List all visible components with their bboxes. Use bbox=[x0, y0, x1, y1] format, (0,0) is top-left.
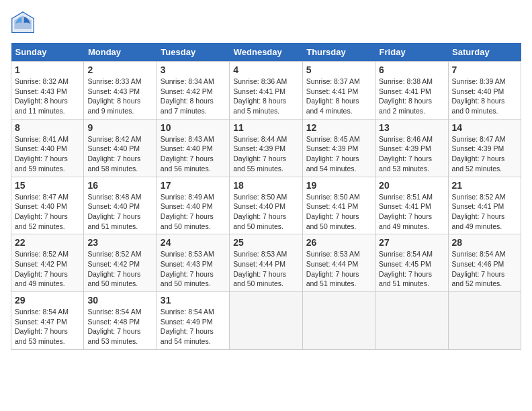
day-number: 10 bbox=[161, 122, 226, 133]
day-info: Sunrise: 8:48 AMSunset: 4:40 PMDaylight:… bbox=[87, 193, 141, 230]
day-info: Sunrise: 8:54 AMSunset: 4:49 PMDaylight:… bbox=[161, 308, 214, 345]
day-cell-31: 31 Sunrise: 8:54 AMSunset: 4:49 PMDaylig… bbox=[157, 292, 229, 350]
calendar-table: SundayMondayTuesdayWednesdayThursdayFrid… bbox=[11, 43, 521, 350]
day-number: 16 bbox=[87, 180, 152, 191]
day-cell-11: 11 Sunrise: 8:44 AMSunset: 4:39 PMDaylig… bbox=[230, 119, 302, 177]
day-number: 18 bbox=[233, 180, 298, 191]
day-cell-15: 15 Sunrise: 8:47 AMSunset: 4:40 PMDaylig… bbox=[11, 177, 84, 234]
day-info: Sunrise: 8:45 AMSunset: 4:39 PMDaylight:… bbox=[306, 135, 360, 173]
day-cell-14: 14 Sunrise: 8:47 AMSunset: 4:39 PMDaylig… bbox=[448, 119, 521, 177]
day-info: Sunrise: 8:47 AMSunset: 4:40 PMDaylight:… bbox=[15, 193, 69, 230]
day-cell-6: 6 Sunrise: 8:38 AMSunset: 4:41 PMDayligh… bbox=[375, 62, 448, 120]
header bbox=[11, 11, 521, 35]
day-info: Sunrise: 8:44 AMSunset: 4:39 PMDaylight:… bbox=[233, 135, 287, 173]
day-number: 14 bbox=[452, 122, 517, 133]
day-info: Sunrise: 8:49 AMSunset: 4:40 PMDaylight:… bbox=[161, 193, 214, 230]
calendar-week-3: 15 Sunrise: 8:47 AMSunset: 4:40 PMDaylig… bbox=[11, 177, 521, 234]
day-number: 11 bbox=[233, 122, 298, 133]
day-number: 25 bbox=[233, 237, 298, 248]
day-cell-28: 28 Sunrise: 8:54 AMSunset: 4:46 PMDaylig… bbox=[448, 234, 521, 292]
day-info: Sunrise: 8:47 AMSunset: 4:39 PMDaylight:… bbox=[452, 135, 506, 173]
weekday-header-row: SundayMondayTuesdayWednesdayThursdayFrid… bbox=[11, 43, 521, 62]
day-info: Sunrise: 8:53 AMSunset: 4:44 PMDaylight:… bbox=[233, 250, 287, 287]
calendar-body: 1 Sunrise: 8:32 AMSunset: 4:43 PMDayligh… bbox=[11, 62, 521, 350]
day-cell-10: 10 Sunrise: 8:43 AMSunset: 4:40 PMDaylig… bbox=[157, 119, 229, 177]
day-cell-24: 24 Sunrise: 8:53 AMSunset: 4:43 PMDaylig… bbox=[157, 234, 229, 292]
day-info: Sunrise: 8:53 AMSunset: 4:44 PMDaylight:… bbox=[306, 250, 360, 287]
day-cell-26: 26 Sunrise: 8:53 AMSunset: 4:44 PMDaylig… bbox=[302, 234, 375, 292]
day-cell-1: 1 Sunrise: 8:32 AMSunset: 4:43 PMDayligh… bbox=[11, 62, 84, 120]
calendar-week-1: 1 Sunrise: 8:32 AMSunset: 4:43 PMDayligh… bbox=[11, 62, 521, 120]
day-number: 12 bbox=[306, 122, 371, 133]
day-number: 2 bbox=[87, 64, 152, 75]
weekday-header-friday: Friday bbox=[375, 43, 448, 62]
day-number: 3 bbox=[161, 64, 226, 75]
day-number: 21 bbox=[452, 180, 517, 191]
day-number: 17 bbox=[161, 180, 226, 191]
day-cell-29: 29 Sunrise: 8:54 AMSunset: 4:47 PMDaylig… bbox=[11, 292, 84, 350]
day-number: 22 bbox=[15, 237, 80, 248]
empty-cell bbox=[302, 292, 375, 350]
day-cell-4: 4 Sunrise: 8:36 AMSunset: 4:41 PMDayligh… bbox=[230, 62, 302, 120]
day-cell-21: 21 Sunrise: 8:52 AMSunset: 4:41 PMDaylig… bbox=[448, 177, 521, 234]
day-info: Sunrise: 8:37 AMSunset: 4:41 PMDaylight:… bbox=[306, 77, 360, 115]
day-number: 9 bbox=[87, 122, 152, 133]
weekday-header-monday: Monday bbox=[84, 43, 157, 62]
day-cell-9: 9 Sunrise: 8:42 AMSunset: 4:40 PMDayligh… bbox=[84, 119, 157, 177]
day-number: 15 bbox=[15, 180, 80, 191]
day-number: 7 bbox=[452, 64, 517, 75]
calendar-week-4: 22 Sunrise: 8:52 AMSunset: 4:42 PMDaylig… bbox=[11, 234, 521, 292]
day-number: 28 bbox=[452, 237, 517, 248]
day-info: Sunrise: 8:38 AMSunset: 4:41 PMDaylight:… bbox=[379, 77, 433, 115]
calendar-week-5: 29 Sunrise: 8:54 AMSunset: 4:47 PMDaylig… bbox=[11, 292, 521, 350]
day-info: Sunrise: 8:50 AMSunset: 4:40 PMDaylight:… bbox=[233, 193, 287, 230]
empty-cell bbox=[448, 292, 521, 350]
day-info: Sunrise: 8:52 AMSunset: 4:42 PMDaylight:… bbox=[87, 250, 141, 287]
day-info: Sunrise: 8:34 AMSunset: 4:42 PMDaylight:… bbox=[161, 77, 214, 115]
day-info: Sunrise: 8:41 AMSunset: 4:40 PMDaylight:… bbox=[15, 135, 69, 173]
day-info: Sunrise: 8:46 AMSunset: 4:39 PMDaylight:… bbox=[379, 135, 433, 173]
day-info: Sunrise: 8:52 AMSunset: 4:41 PMDaylight:… bbox=[452, 193, 506, 230]
calendar-week-2: 8 Sunrise: 8:41 AMSunset: 4:40 PMDayligh… bbox=[11, 119, 521, 177]
day-info: Sunrise: 8:54 AMSunset: 4:47 PMDaylight:… bbox=[15, 308, 69, 345]
empty-cell bbox=[230, 292, 302, 350]
weekday-header-saturday: Saturday bbox=[448, 43, 521, 62]
day-info: Sunrise: 8:53 AMSunset: 4:43 PMDaylight:… bbox=[161, 250, 214, 287]
day-number: 4 bbox=[233, 64, 298, 75]
day-number: 20 bbox=[379, 180, 444, 191]
day-info: Sunrise: 8:39 AMSunset: 4:40 PMDaylight:… bbox=[452, 77, 506, 115]
day-cell-27: 27 Sunrise: 8:54 AMSunset: 4:45 PMDaylig… bbox=[375, 234, 448, 292]
day-info: Sunrise: 8:33 AMSunset: 4:43 PMDaylight:… bbox=[87, 77, 141, 115]
day-number: 29 bbox=[15, 295, 80, 306]
day-cell-22: 22 Sunrise: 8:52 AMSunset: 4:42 PMDaylig… bbox=[11, 234, 84, 292]
day-info: Sunrise: 8:54 AMSunset: 4:46 PMDaylight:… bbox=[452, 250, 506, 287]
day-cell-8: 8 Sunrise: 8:41 AMSunset: 4:40 PMDayligh… bbox=[11, 119, 84, 177]
day-number: 30 bbox=[87, 295, 152, 306]
day-cell-17: 17 Sunrise: 8:49 AMSunset: 4:40 PMDaylig… bbox=[157, 177, 229, 234]
day-cell-13: 13 Sunrise: 8:46 AMSunset: 4:39 PMDaylig… bbox=[375, 119, 448, 177]
day-number: 24 bbox=[161, 237, 226, 248]
weekday-header-wednesday: Wednesday bbox=[230, 43, 302, 62]
day-info: Sunrise: 8:42 AMSunset: 4:40 PMDaylight:… bbox=[87, 135, 141, 173]
day-cell-20: 20 Sunrise: 8:51 AMSunset: 4:41 PMDaylig… bbox=[375, 177, 448, 234]
day-cell-25: 25 Sunrise: 8:53 AMSunset: 4:44 PMDaylig… bbox=[230, 234, 302, 292]
day-number: 31 bbox=[161, 295, 226, 306]
day-number: 23 bbox=[87, 237, 152, 248]
weekday-header-thursday: Thursday bbox=[302, 43, 375, 62]
day-cell-7: 7 Sunrise: 8:39 AMSunset: 4:40 PMDayligh… bbox=[448, 62, 521, 120]
day-cell-30: 30 Sunrise: 8:54 AMSunset: 4:48 PMDaylig… bbox=[84, 292, 157, 350]
day-number: 5 bbox=[306, 64, 371, 75]
day-info: Sunrise: 8:52 AMSunset: 4:42 PMDaylight:… bbox=[15, 250, 69, 287]
day-number: 6 bbox=[379, 64, 444, 75]
weekday-header-sunday: Sunday bbox=[11, 43, 84, 62]
day-cell-12: 12 Sunrise: 8:45 AMSunset: 4:39 PMDaylig… bbox=[302, 119, 375, 177]
day-cell-5: 5 Sunrise: 8:37 AMSunset: 4:41 PMDayligh… bbox=[302, 62, 375, 120]
day-cell-18: 18 Sunrise: 8:50 AMSunset: 4:40 PMDaylig… bbox=[230, 177, 302, 234]
empty-cell bbox=[375, 292, 448, 350]
day-number: 26 bbox=[306, 237, 371, 248]
day-info: Sunrise: 8:54 AMSunset: 4:48 PMDaylight:… bbox=[87, 308, 141, 345]
day-info: Sunrise: 8:51 AMSunset: 4:41 PMDaylight:… bbox=[379, 193, 433, 230]
day-info: Sunrise: 8:54 AMSunset: 4:45 PMDaylight:… bbox=[379, 250, 433, 287]
logo bbox=[11, 11, 38, 35]
day-info: Sunrise: 8:50 AMSunset: 4:41 PMDaylight:… bbox=[306, 193, 360, 230]
